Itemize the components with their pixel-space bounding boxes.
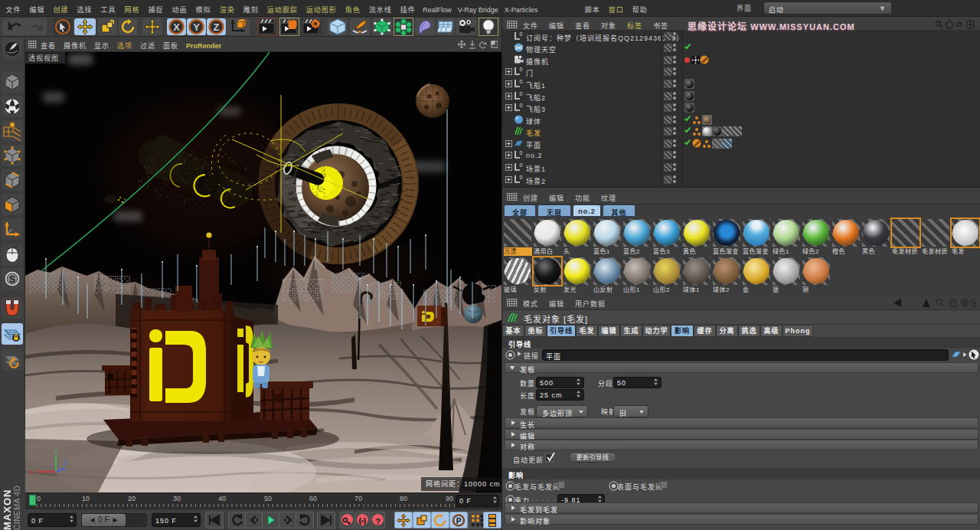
svg-text:0: 0 [520, 175, 523, 180]
svg-text:0: 0 [520, 79, 523, 84]
svg-text:P: P [456, 517, 462, 525]
svg-text:0: 0 [520, 31, 523, 37]
svg-text:Y: Y [193, 21, 200, 33]
svg-text:X: X [173, 21, 180, 33]
svg-text:0: 0 [520, 162, 523, 168]
svg-text:0: 0 [520, 67, 523, 72]
svg-text:X: X [29, 469, 34, 476]
svg-text:?: ? [375, 517, 381, 526]
svg-text:Z: Z [214, 21, 220, 33]
svg-text:0: 0 [520, 150, 523, 155]
svg-text:Y: Y [54, 448, 58, 455]
svg-text:网格间距：10000 cm: 网格间距：10000 cm [426, 479, 501, 488]
svg-text:0: 0 [520, 103, 523, 108]
svg-text:S: S [9, 274, 15, 285]
svg-text:Z: Z [64, 460, 67, 466]
svg-text:0: 0 [520, 91, 523, 97]
svg-text:透视视图: 透视视图 [28, 54, 59, 62]
